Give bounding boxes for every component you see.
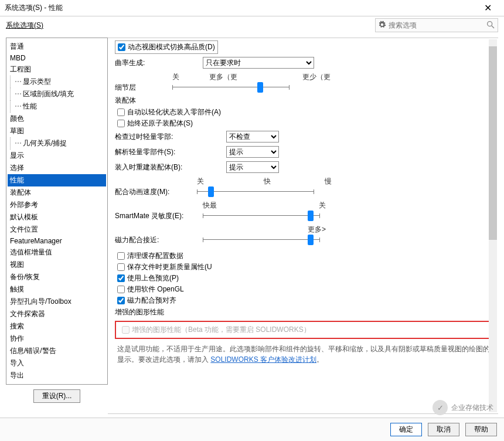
tree-item-4[interactable]: ⋯区域剖面线/填充 — [8, 88, 106, 100]
smartmate-off: 关 — [319, 201, 326, 211]
resolve-lightweight-select[interactable]: 提示 — [226, 146, 279, 158]
magnetic-slider[interactable] — [203, 235, 320, 245]
tree-item-20[interactable]: 触摸 — [8, 283, 106, 296]
gear-icon — [378, 21, 386, 30]
detail-off-label: 关 — [172, 72, 179, 82]
help-button[interactable]: 帮助 — [465, 423, 497, 436]
dynamic-hq-label: 动态视图模式切换高品质(D) — [128, 42, 215, 52]
tree-item-26[interactable]: 导入 — [8, 357, 106, 369]
close-icon[interactable]: ✕ — [476, 2, 499, 13]
cancel-button[interactable]: 取消 — [428, 423, 459, 436]
search-box[interactable] — [375, 18, 498, 32]
tree-item-0[interactable]: 普通 — [8, 40, 106, 53]
software-opengl-checkbox[interactable] — [117, 286, 125, 293]
topbar: 系统选项(S) — [0, 16, 504, 34]
update-mass-checkbox[interactable] — [117, 263, 125, 271]
tree-item-14[interactable]: 默认模板 — [8, 211, 106, 223]
tree-item-10[interactable]: 选择 — [8, 162, 106, 174]
tree-item-label: 装配体 — [10, 188, 31, 196]
tree-item-21[interactable]: 异型孔向导/Toolbox — [8, 296, 106, 308]
enhanced-beta-label: 增强的图形性能（Beta 功能，需要重启 SOLIDWORKS） — [132, 325, 311, 335]
mate-anim-slider[interactable] — [197, 186, 314, 197]
tree-item-19[interactable]: 备份/恢复 — [8, 271, 106, 283]
tree-item-25[interactable]: 信息/错误/警告 — [8, 345, 106, 357]
ok-button[interactable]: 确定 — [390, 423, 422, 436]
tree-item-label: 性能 — [23, 102, 37, 110]
tree-item-15[interactable]: 文件位置 — [8, 223, 106, 236]
magnetic-blank — [203, 225, 205, 235]
mate-anim-slow: 慢 — [325, 177, 332, 186]
tree-item-label: 显示 — [10, 151, 24, 160]
assembly-group-label: 装配体 — [115, 94, 493, 107]
rebuild-on-load-select[interactable]: 提示 — [226, 161, 279, 173]
always-restore-sub-checkbox[interactable] — [117, 120, 125, 127]
curvature-select[interactable]: 只在要求时 — [203, 57, 314, 69]
search-input[interactable] — [389, 21, 486, 29]
tree-item-18[interactable]: 视图 — [8, 259, 106, 271]
smartmate-label: SmartMate 灵敏度(E): — [115, 211, 203, 221]
tree-item-label: 协作 — [10, 334, 24, 342]
tree-item-label: 显示类型 — [23, 77, 51, 86]
reset-button[interactable]: 重设(R)... — [33, 389, 81, 403]
detail-row: 关 更多（更 更少（更 细节层 — [115, 70, 493, 94]
tab-system-options[interactable]: 系统选项(S) — [6, 21, 43, 30]
tree-item-label: FeatureManager — [10, 237, 62, 245]
tree-item-16[interactable]: FeatureManager — [8, 236, 106, 246]
detail-less-label: 更少（更 — [302, 72, 331, 82]
tree-item-13[interactable]: 外部参考 — [8, 199, 106, 211]
tree-item-label: 异型孔向导/Toolbox — [10, 297, 71, 306]
tree-item-1[interactable]: MBD — [8, 53, 106, 63]
cutoff-checkbox-row: 动态视图模式切换高品质(D) — [115, 40, 218, 54]
software-opengl-label: 使用软件 OpenGL — [127, 284, 184, 294]
detail-slider[interactable] — [172, 82, 290, 93]
magnetic-prealign-checkbox[interactable] — [117, 297, 125, 304]
check-outdated-select[interactable]: 不检查 — [226, 131, 279, 143]
scroll-thumb[interactable] — [489, 46, 497, 240]
mate-anim-off: 关 — [197, 177, 204, 186]
tree-item-label: 搜索 — [10, 322, 24, 330]
scrollbar[interactable] — [489, 39, 497, 412]
tree-item-label: 触摸 — [10, 285, 24, 293]
rebuild-on-load-label: 装入时重建装配体(B): — [115, 162, 226, 172]
tree-item-label: 视图 — [10, 260, 24, 269]
footer: 确定 取消 帮助 — [0, 418, 504, 441]
tree-item-2[interactable]: 工程图 — [8, 63, 106, 76]
dynamic-hq-checkbox[interactable] — [118, 43, 125, 51]
content-panel: 动态视图模式切换高品质(D) 曲率生成: 只在要求时 关 更多（更 更少（更 细… — [108, 38, 498, 414]
tree-item-label: MBD — [10, 54, 26, 62]
tree-item-7[interactable]: 草图 — [8, 125, 106, 137]
tree-item-label: 性能 — [10, 176, 24, 184]
magnetic-label: 磁力配合接近: — [115, 235, 203, 245]
magnetic-prealign-label: 磁力配合预对齐 — [127, 296, 176, 306]
tree-item-label: 备份/恢复 — [10, 273, 40, 281]
tree-item-24[interactable]: 协作 — [8, 333, 106, 345]
auto-lightweight-checkbox[interactable] — [117, 108, 125, 116]
tree-item-17[interactable]: 选值框增量值 — [8, 246, 106, 259]
magnetic-more: 更多> — [308, 225, 326, 235]
search-icon[interactable] — [486, 20, 495, 31]
check-outdated-label: 检查过时轻量零部: — [115, 132, 226, 142]
tree-item-label: 草图 — [10, 127, 24, 135]
tree-item-9[interactable]: 显示 — [8, 150, 106, 162]
tree-item-8[interactable]: ⋯几何关系/捕捉 — [8, 137, 106, 150]
tree-item-11[interactable]: 性能 — [8, 174, 106, 186]
tree-item-12[interactable]: 装配体 — [8, 186, 106, 199]
tree-item-22[interactable]: 文件探索器 — [8, 308, 106, 320]
tree-item-6[interactable]: 颜色 — [8, 113, 106, 125]
body: 普通MBD工程图⋯显示类型⋯区域剖面线/填充⋯性能颜色草图⋯几何关系/捕捉显示选… — [0, 34, 504, 418]
smartmate-slider[interactable] — [203, 211, 320, 221]
tree-item-23[interactable]: 搜索 — [8, 320, 106, 333]
tree-item-5[interactable]: ⋯性能 — [8, 100, 106, 113]
tree-item-label: 导出 — [10, 371, 24, 379]
tree-item-27[interactable]: 导出 — [8, 369, 106, 382]
enhanced-beta-box: 增强的图形性能（Beta 功能，需要重启 SOLIDWORKS） — [115, 321, 493, 339]
tree-item-label: 区域剖面线/填充 — [23, 90, 74, 98]
update-mass-label: 保存文件时更新质量属性(U — [127, 262, 212, 272]
shaded-preview-checkbox[interactable] — [117, 274, 125, 282]
clear-cache-checkbox[interactable] — [117, 252, 125, 260]
tree-item-label: 几何关系/捕捉 — [23, 139, 67, 147]
tree-item-label: 默认模板 — [10, 213, 38, 221]
tree-item-3[interactable]: ⋯显示类型 — [8, 76, 106, 88]
enhanced-desc-link[interactable]: SOLIDWORKS 客户体验改进计划 — [210, 355, 316, 364]
tree-item-label: 选择 — [10, 164, 24, 172]
